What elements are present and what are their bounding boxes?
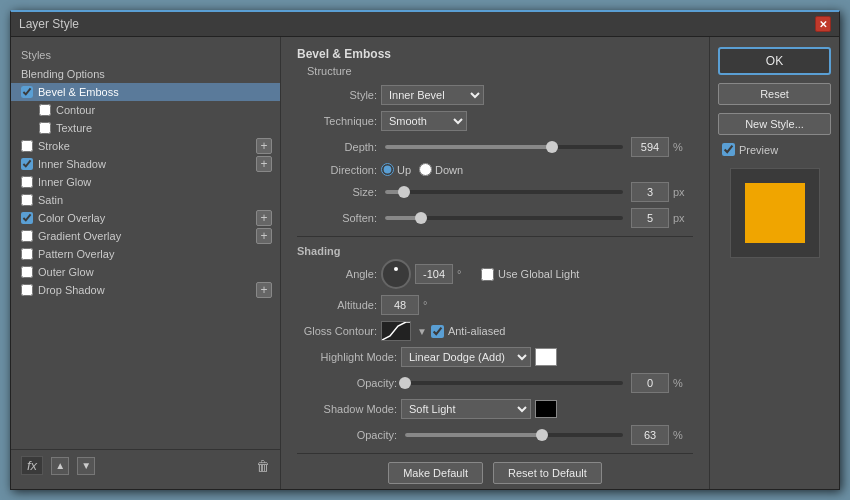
soften-row: Soften: px: [297, 208, 693, 228]
inner-shadow-checkbox[interactable]: [21, 158, 33, 170]
inner-shadow-item[interactable]: Inner Shadow +: [11, 155, 280, 173]
gloss-contour-box[interactable]: [381, 321, 411, 341]
contour-item[interactable]: Contour: [11, 101, 280, 119]
fx-down-button[interactable]: ▼: [77, 457, 95, 475]
soften-slider[interactable]: [385, 216, 623, 220]
shadow-opacity-input[interactable]: [631, 425, 669, 445]
bevel-emboss-checkbox[interactable]: [21, 86, 33, 98]
anti-aliased-checkbox[interactable]: [431, 325, 444, 338]
angle-circle[interactable]: [381, 259, 411, 289]
use-global-light-text: Use Global Light: [498, 268, 579, 280]
structure-label: Structure: [297, 65, 693, 77]
dialog-body: Styles Blending Options Bevel & Emboss C…: [11, 37, 839, 489]
bevel-emboss-label: Bevel & Emboss: [38, 86, 119, 98]
gloss-contour-svg: [382, 322, 410, 340]
preview-checkbox-row: Preview: [718, 143, 778, 156]
color-overlay-plus[interactable]: +: [256, 210, 272, 226]
highlight-opacity-input[interactable]: [631, 373, 669, 393]
style-select[interactable]: Inner Bevel Outer Bevel Emboss Pillow Em…: [381, 85, 484, 105]
texture-item[interactable]: Texture: [11, 119, 280, 137]
stroke-item[interactable]: Stroke +: [11, 137, 280, 155]
soften-unit: px: [673, 212, 693, 224]
soften-input[interactable]: [631, 208, 669, 228]
highlight-opacity-unit: %: [673, 377, 693, 389]
size-input[interactable]: [631, 182, 669, 202]
drop-shadow-item[interactable]: Drop Shadow +: [11, 281, 280, 299]
stroke-plus[interactable]: +: [256, 138, 272, 154]
shadow-opacity-unit: %: [673, 429, 693, 441]
gloss-contour-row: Gloss Contour: ▼ Anti-aliased: [297, 321, 693, 341]
depth-row: Depth: %: [297, 137, 693, 157]
style-row: Style: Inner Bevel Outer Bevel Emboss Pi…: [297, 85, 693, 105]
preview-checkbox[interactable]: [722, 143, 735, 156]
gradient-overlay-label: Gradient Overlay: [38, 230, 121, 242]
shadow-mode-select[interactable]: Soft Light Multiply Screen Overlay Norma…: [401, 399, 531, 419]
soften-label: Soften:: [297, 212, 377, 224]
close-button[interactable]: ✕: [815, 16, 831, 32]
blending-options-item[interactable]: Blending Options: [11, 65, 280, 83]
highlight-opacity-label: Opacity:: [297, 377, 397, 389]
angle-row: Angle: ° Use Global Light: [297, 259, 693, 289]
gradient-overlay-checkbox[interactable]: [21, 230, 33, 242]
outer-glow-label: Outer Glow: [38, 266, 94, 278]
color-overlay-checkbox[interactable]: [21, 212, 33, 224]
technique-row: Technique: Smooth Chisel Hard Chisel Sof…: [297, 111, 693, 131]
outer-glow-item[interactable]: Outer Glow: [11, 263, 280, 281]
technique-select[interactable]: Smooth Chisel Hard Chisel Soft: [381, 111, 467, 131]
left-panel: Styles Blending Options Bevel & Emboss C…: [11, 37, 281, 489]
direction-down-radio[interactable]: [419, 163, 432, 176]
pattern-overlay-item[interactable]: Pattern Overlay: [11, 245, 280, 263]
satin-item[interactable]: Satin: [11, 191, 280, 209]
direction-down-label: Down: [435, 164, 463, 176]
stroke-checkbox[interactable]: [21, 140, 33, 152]
outer-glow-checkbox[interactable]: [21, 266, 33, 278]
drop-shadow-label: Drop Shadow: [38, 284, 105, 296]
ok-button[interactable]: OK: [718, 47, 831, 75]
altitude-unit: °: [423, 299, 443, 311]
altitude-label: Altitude:: [297, 299, 377, 311]
shadow-opacity-slider[interactable]: [405, 433, 623, 437]
gradient-overlay-item[interactable]: Gradient Overlay +: [11, 227, 280, 245]
fx-trash-icon[interactable]: 🗑: [256, 458, 270, 474]
shadow-opacity-label: Opacity:: [297, 429, 397, 441]
texture-checkbox[interactable]: [39, 122, 51, 134]
drop-shadow-checkbox[interactable]: [21, 284, 33, 296]
shadow-mode-label: Shadow Mode:: [297, 403, 397, 415]
depth-slider[interactable]: [385, 145, 623, 149]
reset-button[interactable]: Reset: [718, 83, 831, 105]
pattern-overlay-checkbox[interactable]: [21, 248, 33, 260]
middle-panel: Bevel & Emboss Structure Style: Inner Be…: [281, 37, 709, 489]
highlight-mode-row: Highlight Mode: Linear Dodge (Add) Norma…: [297, 347, 693, 367]
contour-checkbox[interactable]: [39, 104, 51, 116]
size-slider[interactable]: [385, 190, 623, 194]
inner-shadow-plus[interactable]: +: [256, 156, 272, 172]
color-overlay-label: Color Overlay: [38, 212, 105, 224]
angle-input[interactable]: [415, 264, 453, 284]
gradient-overlay-plus[interactable]: +: [256, 228, 272, 244]
use-global-light-checkbox[interactable]: [481, 268, 494, 281]
inner-glow-item[interactable]: Inner Glow: [11, 173, 280, 191]
fx-bar: fx ▲ ▼ 🗑: [11, 449, 280, 481]
drop-shadow-plus[interactable]: +: [256, 282, 272, 298]
bevel-emboss-item[interactable]: Bevel & Emboss: [11, 83, 280, 101]
altitude-row: Altitude: °: [297, 295, 693, 315]
size-row: Size: px: [297, 182, 693, 202]
highlight-opacity-slider[interactable]: [405, 381, 623, 385]
reset-to-default-button[interactable]: Reset to Default: [493, 462, 602, 484]
texture-label: Texture: [56, 122, 92, 134]
color-overlay-item[interactable]: Color Overlay +: [11, 209, 280, 227]
highlight-mode-label: Highlight Mode:: [297, 351, 397, 363]
make-default-button[interactable]: Make Default: [388, 462, 483, 484]
angle-dot: [394, 267, 398, 271]
new-style-button[interactable]: New Style...: [718, 113, 831, 135]
fx-up-button[interactable]: ▲: [51, 457, 69, 475]
shadow-color-swatch[interactable]: [535, 400, 557, 418]
depth-input[interactable]: [631, 137, 669, 157]
use-global-light-label: Use Global Light: [481, 268, 579, 281]
inner-glow-checkbox[interactable]: [21, 176, 33, 188]
altitude-input[interactable]: [381, 295, 419, 315]
highlight-mode-select[interactable]: Linear Dodge (Add) Normal Multiply: [401, 347, 531, 367]
highlight-color-swatch[interactable]: [535, 348, 557, 366]
direction-up-radio[interactable]: [381, 163, 394, 176]
satin-checkbox[interactable]: [21, 194, 33, 206]
